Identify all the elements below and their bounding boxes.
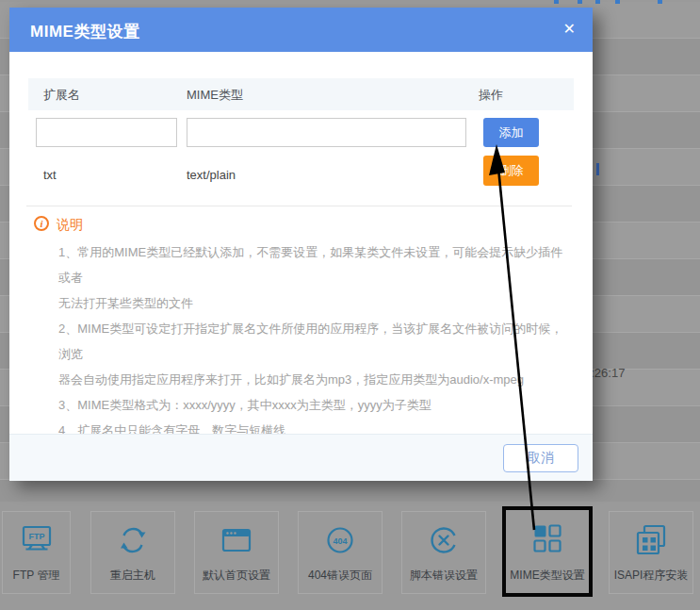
dialog-title: MIME类型设置 [30,21,139,42]
toolbar-label-restart: 重启主机 [91,568,174,584]
toolbar-item-restart[interactable]: 重启主机 [90,511,175,594]
404-icon-text: 404 [333,536,347,546]
top-blue-tick [554,0,559,4]
browser-window-icon [195,523,278,561]
add-button[interactable]: 添加 [483,118,539,147]
ftp-icon: FTP [3,523,70,561]
note-line: 无法打开某些类型的文件 [58,290,567,316]
toolbar-item-ftp[interactable]: FTP FTP 管理 [2,511,71,594]
toolbar-item-default-homepage[interactable]: 默认首页设置 [194,511,279,594]
close-icon[interactable]: ✕ [563,20,576,39]
delete-button[interactable]: 删除 [483,156,539,186]
note-line: 2、MIME类型可设定打开指定扩展名文件所使用的应用程序，当该扩展名文件被访问的… [58,316,567,367]
toolbar-label-default-homepage: 默认首页设置 [195,568,278,584]
ftp-icon-text: FTP [28,532,44,541]
toolbar-item-404-page[interactable]: 404 404错误页面 [298,511,383,594]
toolbar-label-isapi: ISAPI程序安装 [610,568,692,584]
mime-type-input[interactable] [187,118,466,147]
grid-squares-icon [506,521,589,559]
dialog-header: MIME类型设置 ✕ [9,8,593,52]
column-header-extension: 扩展名 [43,87,80,104]
toolbar-item-script-error[interactable]: 脚本错误设置 [401,511,486,594]
top-blue-tick [578,0,582,4]
column-header-mime-type: MIME类型 [187,87,243,104]
top-blue-tick [595,0,600,4]
toolbar-item-isapi[interactable]: ISAPI程序安装 [609,511,693,594]
toolbar-label-script-error: 脚本错误设置 [402,568,485,584]
screen: 4:26:17 FTP FTP 管理 重启主机 [0,0,700,610]
restart-icon [91,523,174,561]
top-blue-tick [615,0,620,4]
row-mime-value: text/plain [187,168,236,182]
divider [26,206,572,206]
toolbar-label-mime-settings: MIME类型设置 [506,568,589,584]
note-line: 3、MIME类型格式为：xxxx/yyyy，其中xxxx为主类型，yyyy为子类… [58,392,567,418]
top-blue-tick [658,0,662,4]
error-circle-icon [402,523,485,561]
extension-input[interactable] [36,118,177,147]
cancel-button[interactable]: 取消 [503,444,578,472]
note-line: 器会自动使用指定应用程序来打开，比如扩展名为mp3，指定应用类型为audio/x… [58,367,567,392]
toolbar-label-404-page: 404错误页面 [299,568,382,584]
stacked-windows-icon [610,523,692,561]
notes-title: 说明 [57,217,83,234]
row-extension-value: txt [43,168,57,182]
info-icon: i [34,216,49,231]
404-circle-icon: 404 [299,523,382,561]
background-blue-fragment [596,163,599,175]
mime-settings-dialog: MIME类型设置 ✕ 扩展名 MIME类型 操作 添加 txt text/pla… [9,8,593,481]
note-line: 1、常用的MIME类型已经默认添加，不需要设置，如果某类文件未设置，可能会提示缺… [58,239,567,290]
toolbar-label-ftp: FTP 管理 [3,568,70,584]
dialog-footer: 取消 [9,434,593,481]
toolbar-item-mime-settings[interactable]: MIME类型设置 [502,506,593,597]
column-header-action: 操作 [479,87,503,104]
